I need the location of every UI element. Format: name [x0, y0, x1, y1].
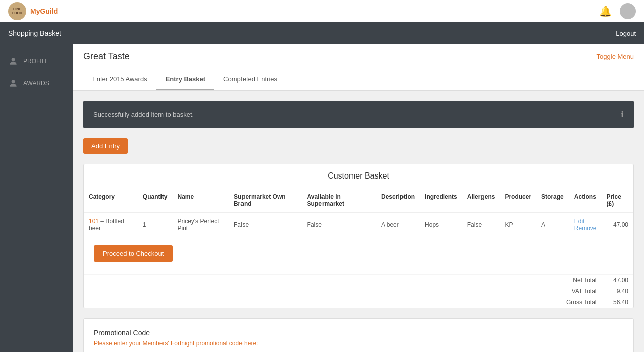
cell-description: A beer — [376, 213, 420, 237]
sidebar-label-awards: AWARDS — [23, 80, 49, 87]
main-content: Great Taste Toggle Menu Enter 2015 Award… — [73, 44, 644, 352]
page-header: Great Taste Toggle Menu — [73, 44, 644, 69]
toggle-menu-link[interactable]: Toggle Menu — [597, 53, 634, 60]
cell-actions: Edit Remove — [569, 213, 602, 237]
col-quantity: Quantity — [138, 188, 173, 213]
col-allergens: Allergens — [462, 188, 500, 213]
basket-title: Customer Basket — [84, 164, 633, 188]
col-storage: Storage — [536, 188, 569, 213]
vat-total-value: 9.40 — [601, 286, 633, 297]
success-banner: Successfully added item to basket. ℹ — [83, 101, 634, 128]
person-icon — [8, 56, 18, 66]
col-price: Price (£) — [601, 188, 633, 213]
edit-link[interactable]: Edit — [574, 218, 597, 225]
layout: PROFILE AWARDS Great Taste Toggle Menu E… — [0, 44, 644, 352]
cell-available: False — [302, 213, 376, 237]
col-name: Name — [172, 188, 228, 213]
sub-nav-title: Shopping Basket — [8, 29, 61, 37]
basket-table: Category Quantity Name Supermarket Own B… — [84, 188, 633, 308]
col-ingredients: Ingredients — [420, 188, 462, 213]
logout-link[interactable]: Logout — [616, 30, 636, 37]
net-total-row: Net Total 47.00 — [84, 275, 633, 286]
add-entry-button[interactable]: Add Entry — [83, 138, 128, 154]
sub-nav: Shopping Basket Logout — [0, 22, 644, 44]
avatar[interactable] — [620, 3, 636, 19]
col-category: Category — [84, 188, 138, 213]
cell-category: 101 – Bottled beer — [84, 213, 138, 237]
page-title: Great Taste — [83, 51, 130, 62]
proceed-checkout-button[interactable]: Proceed to Checkout — [94, 245, 173, 262]
tab-completed-entries[interactable]: Completed Entries — [214, 69, 286, 90]
proceed-row: Proceed to Checkout — [84, 237, 633, 275]
awards-icon — [8, 78, 18, 89]
logo-icon: FINEFOOD — [8, 2, 26, 20]
category-link[interactable]: 101 — [89, 218, 99, 225]
cell-price: 47.00 — [601, 213, 633, 237]
right-icons: 🔔 — [599, 3, 636, 19]
net-total-value: 47.00 — [601, 275, 633, 286]
cell-supermarket-own-brand: False — [229, 213, 302, 237]
tab-enter-2015-awards[interactable]: Enter 2015 Awards — [83, 69, 156, 90]
gross-total-label: Gross Total — [84, 297, 601, 308]
col-supermarket-own-brand: Supermarket Own Brand — [229, 188, 302, 213]
top-nav: FINEFOOD MyGuild 🔔 — [0, 0, 644, 22]
info-icon: ℹ — [621, 110, 624, 119]
table-header-row: Category Quantity Name Supermarket Own B… — [84, 188, 633, 213]
sidebar-item-profile[interactable]: PROFILE — [0, 50, 73, 72]
col-producer: Producer — [500, 188, 536, 213]
cell-producer: KP — [500, 213, 536, 237]
net-total-label: Net Total — [84, 275, 601, 286]
sidebar: PROFILE AWARDS — [0, 44, 73, 352]
cell-name: Pricey's Perfect Pint — [172, 213, 228, 237]
notification-bell-icon[interactable]: 🔔 — [599, 5, 612, 17]
table-row: 101 – Bottled beer 1 Pricey's Perfect Pi… — [84, 213, 633, 237]
cell-ingredients: Hops — [420, 213, 462, 237]
promo-title: Promotional Code — [94, 329, 623, 337]
sidebar-label-profile: PROFILE — [23, 58, 49, 65]
brand-name[interactable]: MyGuild — [30, 7, 58, 15]
gross-total-value: 56.40 — [601, 297, 633, 308]
gross-total-row: Gross Total 56.40 — [84, 297, 633, 308]
col-available-supermarket: Avaliable in Supermarket — [302, 188, 376, 213]
remove-link[interactable]: Remove — [574, 225, 597, 232]
tab-entry-basket[interactable]: Entry Basket — [156, 69, 214, 90]
content-area: Successfully added item to basket. ℹ Add… — [73, 91, 644, 352]
col-description: Description — [376, 188, 420, 213]
svg-point-0 — [12, 58, 15, 61]
basket-card: Customer Basket Category Quantity Name S… — [83, 164, 634, 308]
sidebar-item-awards[interactable]: AWARDS — [0, 72, 73, 95]
svg-point-1 — [12, 80, 15, 83]
vat-total-label: VAT Total — [84, 286, 601, 297]
promo-desc: Please enter your Members' Fortnight pro… — [94, 340, 623, 347]
cell-allergens: False — [462, 213, 500, 237]
col-actions: Actions — [569, 188, 602, 213]
cell-storage: A — [536, 213, 569, 237]
promo-card: Promotional Code Please enter your Membe… — [83, 318, 634, 352]
tabs-bar: Enter 2015 Awards Entry Basket Completed… — [73, 69, 644, 91]
cell-quantity: 1 — [138, 213, 173, 237]
logo-area: FINEFOOD MyGuild — [8, 2, 58, 20]
vat-total-row: VAT Total 9.40 — [84, 286, 633, 297]
success-message: Successfully added item to basket. — [93, 111, 194, 118]
